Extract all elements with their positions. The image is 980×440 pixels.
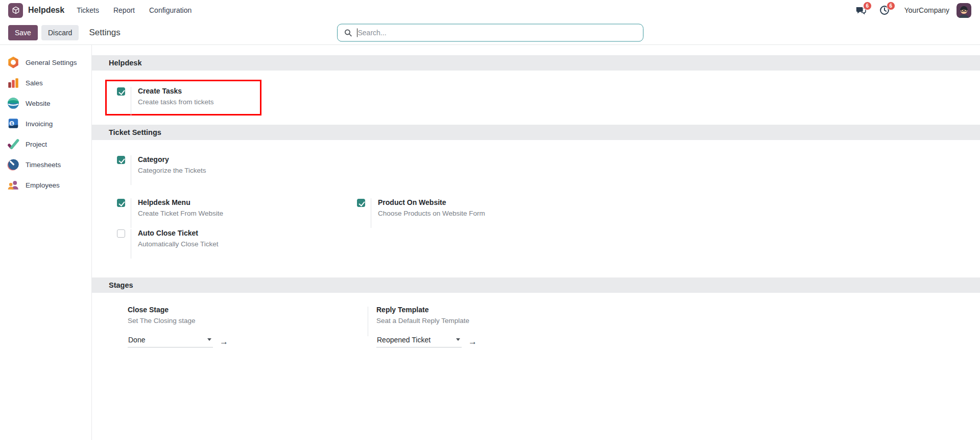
sidebar-item-timesheets[interactable]: Timesheets (0, 154, 91, 175)
settings-content: Helpdesk Create Tasks Create tasks from … (92, 45, 980, 440)
app-name[interactable]: Helpdesk (28, 6, 64, 15)
setting-help: Automatically Close Ticket (138, 240, 219, 248)
close-stage-select[interactable]: Done (128, 336, 213, 348)
setting-help: Seat a Default Reply Template (376, 317, 608, 325)
sidebar-label: Project (26, 141, 47, 148)
setting-label: Reply Template (376, 306, 608, 315)
reply-template-setting: Reply Template Seat a Default Reply Temp… (368, 306, 608, 348)
sidebar-label: Timesheets (26, 161, 61, 169)
messages-badge: 6 (863, 2, 872, 10)
website-icon (7, 97, 20, 110)
discard-button[interactable]: Discard (41, 25, 79, 40)
control-panel: Save Discard Settings (0, 20, 980, 45)
setting-label: Close Stage (128, 306, 368, 315)
highlight-box: Create Tasks Create tasks from tickets (105, 80, 261, 115)
caret-down-icon (207, 338, 211, 341)
search-input[interactable] (358, 29, 637, 37)
create-tasks-checkbox[interactable] (117, 87, 125, 96)
activities-icon[interactable]: 6 (879, 5, 890, 16)
timesheets-icon (7, 158, 20, 171)
setting-help: Choose Products on Website Form (378, 210, 485, 217)
sales-icon (7, 76, 20, 89)
sidebar-label: Website (26, 100, 51, 107)
sidebar-item-invoicing[interactable]: $ Invoicing (0, 113, 91, 134)
section-header-stages: Stages (92, 277, 980, 293)
setting-label[interactable]: Product On Website (378, 198, 485, 207)
caret-down-icon (456, 338, 460, 341)
search-bar[interactable] (337, 24, 643, 41)
auto-close-ticket-checkbox[interactable] (117, 229, 125, 238)
section-header-helpdesk: Helpdesk (92, 55, 980, 71)
sidebar-item-employees[interactable]: Employees (0, 175, 91, 195)
setting-help: Create tasks from tickets (138, 98, 214, 106)
product-on-website-checkbox[interactable] (357, 199, 365, 207)
invoicing-icon: $ (7, 117, 20, 130)
activities-badge: 6 (887, 2, 895, 10)
setting-auto-close-ticket: Auto Close Ticket Automatically Close Ti… (117, 229, 357, 259)
page-title: Settings (89, 28, 120, 38)
user-avatar[interactable] (957, 3, 971, 18)
setting-text-pane: Create Tasks Create tasks from tickets (131, 87, 214, 117)
menu-configuration[interactable]: Configuration (149, 6, 192, 14)
internal-link-arrow-icon[interactable] (468, 337, 477, 346)
internal-link-arrow-icon[interactable] (220, 337, 228, 346)
top-navbar: Helpdesk Tickets Report Configuration 6 … (0, 0, 980, 20)
sidebar-label: Invoicing (26, 120, 53, 128)
odoo-logo-icon[interactable] (8, 3, 23, 18)
create-tasks-row: Create Tasks Create tasks from tickets (105, 80, 980, 115)
employees-icon (7, 178, 20, 192)
sidebar-label: General Settings (26, 59, 77, 66)
setting-help: Categorize the Tickets (138, 167, 206, 174)
setting-text-pane: Helpdesk Menu Create Ticket From Website (131, 198, 223, 228)
setting-label[interactable]: Auto Close Ticket (138, 229, 219, 238)
menu-report[interactable]: Report (113, 6, 135, 14)
settings-sidebar: General Settings Sales Webs (0, 45, 92, 440)
setting-helpdesk-menu: Helpdesk Menu Create Ticket From Website (117, 198, 357, 228)
stages-row: Close Stage Set The Closing stage Done R… (92, 306, 980, 348)
close-stage-setting: Close Stage Set The Closing stage Done (128, 306, 368, 348)
reply-template-value: Reopened Ticket (377, 336, 431, 344)
setting-label[interactable]: Category (138, 155, 206, 165)
sidebar-item-general-settings[interactable]: General Settings (0, 52, 91, 73)
svg-text:$: $ (11, 121, 13, 126)
setting-text-pane: Product On Website Choose Products on We… (371, 198, 485, 228)
setting-help: Create Ticket From Website (138, 210, 223, 217)
setting-label[interactable]: Helpdesk Menu (138, 198, 223, 207)
sidebar-item-sales[interactable]: Sales (0, 73, 91, 93)
sidebar-label: Sales (26, 79, 43, 87)
setting-product-on-website: Product On Website Choose Products on We… (357, 198, 597, 228)
category-checkbox[interactable] (117, 156, 125, 164)
sidebar-label: Employees (26, 181, 60, 189)
messages-icon[interactable]: 6 (855, 5, 867, 16)
menu-tickets[interactable]: Tickets (77, 6, 99, 14)
helpdesk-menu-checkbox[interactable] (117, 199, 125, 207)
setting-label[interactable]: Create Tasks (138, 87, 214, 96)
project-icon (7, 137, 20, 151)
sidebar-item-website[interactable]: Website (0, 93, 91, 113)
setting-text-pane: Category Categorize the Tickets (131, 155, 206, 185)
ticket-settings-rows: Category Categorize the Tickets Helpdesk… (92, 155, 980, 259)
setting-create-tasks: Create Tasks Create tasks from tickets (117, 87, 357, 114)
close-stage-value: Done (128, 336, 145, 344)
sidebar-item-project[interactable]: Project (0, 134, 91, 154)
main-area: General Settings Sales Webs (0, 45, 980, 440)
section-header-ticket-settings: Ticket Settings (92, 125, 980, 140)
company-name[interactable]: YourCompany (904, 6, 949, 14)
setting-text-pane: Auto Close Ticket Automatically Close Ti… (131, 229, 219, 259)
search-icon (344, 28, 352, 37)
general-settings-icon (7, 56, 20, 69)
text-cursor (357, 28, 357, 37)
reply-template-select[interactable]: Reopened Ticket (376, 336, 462, 348)
navbar-right: 6 6 YourCompany (855, 3, 971, 18)
setting-category: Category Categorize the Tickets (117, 155, 357, 185)
setting-help: Set The Closing stage (128, 317, 368, 325)
save-button[interactable]: Save (8, 25, 38, 40)
